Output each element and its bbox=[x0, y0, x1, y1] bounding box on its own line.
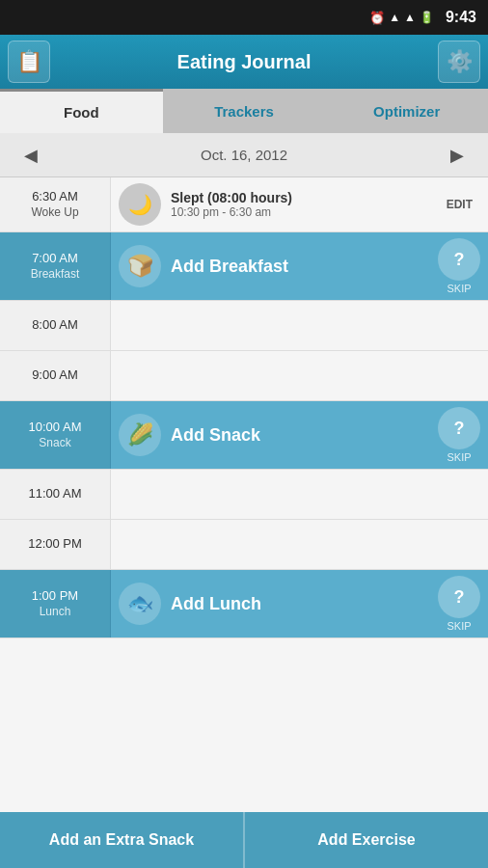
sleep-time-label: 6:30 AM Woke Up bbox=[0, 177, 111, 231]
status-time: 9:43 bbox=[446, 9, 476, 26]
prev-date-btn[interactable]: ◀ bbox=[15, 140, 46, 171]
alarm-icon: ⏰ bbox=[369, 11, 385, 25]
status-bar: ⏰ ▲ ▲ 🔋 9:43 bbox=[0, 0, 488, 35]
8am-label: 8:00 AM bbox=[0, 301, 111, 350]
sleep-content: 🌙 Slept (08:00 hours) 10:30 pm - 6:30 am… bbox=[111, 177, 488, 231]
breakfast-row: 7:00 AM Breakfast 🍞 Add Breakfast ? SKIP bbox=[0, 232, 488, 301]
lunch-skip-label[interactable]: SKIP bbox=[447, 620, 471, 632]
journal-icon: 📋 bbox=[16, 49, 42, 74]
timeline: 6:30 AM Woke Up 🌙 Slept (08:00 hours) 10… bbox=[0, 177, 488, 812]
8am-content bbox=[111, 301, 488, 350]
add-lunch-label: Add Lunch bbox=[171, 594, 428, 614]
sleep-text: Slept (08:00 hours) 10:30 pm - 6:30 am bbox=[171, 190, 429, 219]
settings-icon: ⚙️ bbox=[447, 49, 473, 74]
add-exercise-btn[interactable]: Add Exercise bbox=[245, 812, 488, 868]
left-arrow-icon: ◀ bbox=[24, 145, 38, 166]
date-nav: ◀ Oct. 16, 2012 ▶ bbox=[0, 133, 488, 177]
11am-label: 11:00 AM bbox=[0, 470, 111, 519]
right-arrow-icon: ▶ bbox=[450, 145, 464, 166]
tab-food[interactable]: Food bbox=[0, 89, 163, 133]
signal-icon: ▲ bbox=[389, 11, 400, 24]
toast-icon: 🍞 bbox=[119, 245, 161, 287]
9am-row: 9:00 AM bbox=[0, 351, 488, 401]
9am-content bbox=[111, 351, 488, 400]
12pm-content bbox=[111, 520, 488, 569]
breakfast-skip-label[interactable]: SKIP bbox=[447, 283, 471, 294]
tabs-bar: Food Trackers Optimizer bbox=[0, 89, 488, 133]
snack-icon: 🌽 bbox=[119, 414, 161, 456]
lunch-content[interactable]: 🐟 Add Lunch ? SKIP bbox=[111, 570, 488, 637]
lunch-time-label: 1:00 PM Lunch bbox=[0, 570, 111, 637]
12pm-label: 12:00 PM bbox=[0, 520, 111, 569]
moon-icon: 🌙 bbox=[119, 183, 161, 226]
breakfast-time-label: 7:00 AM Breakfast bbox=[0, 232, 111, 300]
status-icons: ⏰ ▲ ▲ 🔋 bbox=[369, 11, 434, 25]
11am-content bbox=[111, 470, 488, 519]
lunch-row: 1:00 PM Lunch 🐟 Add Lunch ? SKIP bbox=[0, 570, 488, 638]
app-header: 📋 Eating Journal ⚙️ bbox=[0, 35, 488, 89]
add-snack-label: Add Snack bbox=[171, 425, 428, 446]
wifi-icon: ▲ bbox=[404, 11, 416, 24]
breakfast-right: ? SKIP bbox=[438, 238, 480, 294]
tab-optimizer[interactable]: Optimizer bbox=[325, 89, 488, 133]
bottom-bar: Add an Extra Snack Add Exercise bbox=[0, 812, 488, 868]
9am-label: 9:00 AM bbox=[0, 351, 111, 400]
lunch-question-btn[interactable]: ? bbox=[438, 576, 480, 618]
breakfast-content[interactable]: 🍞 Add Breakfast ? SKIP bbox=[111, 232, 488, 300]
snack-content[interactable]: 🌽 Add Snack ? SKIP bbox=[111, 401, 488, 469]
snack-right: ? SKIP bbox=[438, 407, 480, 463]
snack-skip-label[interactable]: SKIP bbox=[447, 451, 471, 463]
8am-row: 8:00 AM bbox=[0, 301, 488, 351]
fish-icon: 🐟 bbox=[119, 583, 161, 625]
add-breakfast-label: Add Breakfast bbox=[171, 257, 428, 277]
breakfast-question-btn[interactable]: ? bbox=[438, 238, 480, 281]
snack-row: 10:00 AM Snack 🌽 Add Snack ? SKIP bbox=[0, 401, 488, 470]
sleep-edit-btn[interactable]: EDIT bbox=[439, 194, 480, 215]
snack-time-label: 10:00 AM Snack bbox=[0, 401, 111, 469]
battery-icon: 🔋 bbox=[420, 11, 434, 24]
tab-trackers[interactable]: Trackers bbox=[163, 89, 326, 133]
next-date-btn[interactable]: ▶ bbox=[442, 140, 473, 171]
sleep-row: 6:30 AM Woke Up 🌙 Slept (08:00 hours) 10… bbox=[0, 177, 488, 232]
app-title: Eating Journal bbox=[177, 51, 312, 73]
add-extra-snack-btn[interactable]: Add an Extra Snack bbox=[0, 812, 245, 868]
journal-icon-btn[interactable]: 📋 bbox=[8, 41, 50, 83]
lunch-right: ? SKIP bbox=[438, 576, 480, 632]
12pm-row: 12:00 PM bbox=[0, 520, 488, 570]
11am-row: 11:00 AM bbox=[0, 470, 488, 520]
snack-question-btn[interactable]: ? bbox=[438, 407, 480, 449]
current-date: Oct. 16, 2012 bbox=[201, 147, 287, 163]
settings-btn[interactable]: ⚙️ bbox=[438, 41, 480, 83]
